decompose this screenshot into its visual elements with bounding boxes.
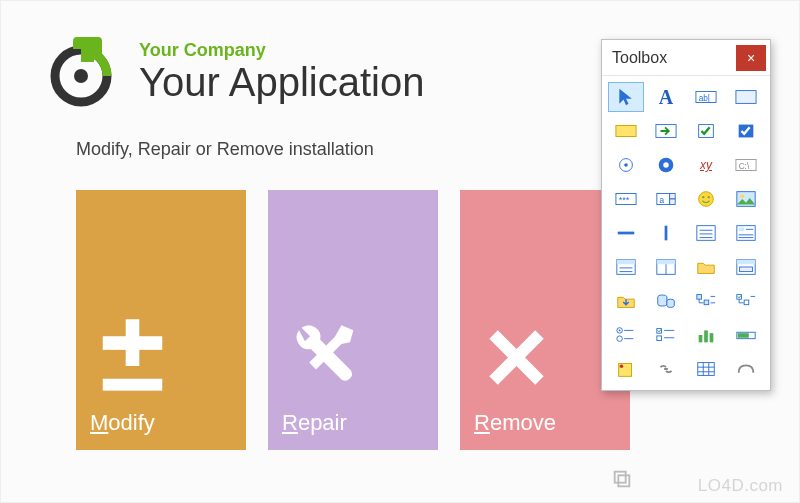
form-split-tool[interactable]: [648, 252, 684, 282]
svg-rect-45: [657, 260, 675, 265]
svg-point-15: [663, 162, 669, 168]
svg-rect-31: [697, 226, 715, 241]
svg-rect-8: [616, 126, 636, 137]
form-field-tool[interactable]: [728, 252, 764, 282]
arrow-right-icon: [655, 121, 677, 141]
watermark: LO4D.com: [698, 476, 783, 496]
bars-icon: [695, 325, 717, 345]
tree-radio-icon: [615, 325, 637, 345]
tree-tool[interactable]: [688, 286, 724, 316]
arrow-button-tool[interactable]: [648, 116, 684, 146]
svg-rect-57: [744, 300, 749, 305]
checkbox-tool[interactable]: [688, 116, 724, 146]
form-header-tool[interactable]: [608, 252, 644, 282]
svg-text:C:\: C:\: [739, 162, 750, 171]
svg-text:ab|: ab|: [699, 94, 710, 103]
vline-tool[interactable]: [648, 218, 684, 248]
tree-radio-tool[interactable]: [608, 320, 644, 350]
progress-tool[interactable]: [728, 320, 764, 350]
radio-unchecked-icon: [615, 155, 637, 175]
svg-rect-41: [617, 260, 635, 265]
bars-tool[interactable]: [688, 320, 724, 350]
svg-point-60: [619, 330, 621, 332]
picture-tool[interactable]: [728, 184, 764, 214]
svg-rect-75: [698, 363, 715, 376]
smiley-icon: [695, 189, 717, 209]
folder-down-tool[interactable]: [608, 286, 644, 316]
svg-text:a: a: [660, 196, 665, 205]
vline-icon: [655, 223, 677, 243]
form-split-icon: [655, 257, 677, 277]
checkbox-filled-tool[interactable]: [728, 116, 764, 146]
tree-check-icon: [735, 291, 757, 311]
svg-rect-81: [618, 475, 629, 486]
checked-list-tool[interactable]: [648, 320, 684, 350]
svg-point-13: [624, 163, 628, 167]
svg-point-28: [741, 194, 745, 198]
radio-checked-icon: [655, 155, 677, 175]
hyperlink-tool[interactable]: xy: [688, 150, 724, 180]
svg-text:***: ***: [619, 195, 630, 205]
tree-check-tool[interactable]: [728, 286, 764, 316]
grid-tool[interactable]: [688, 354, 724, 384]
tab-shape-tool[interactable]: [728, 354, 764, 384]
toolbox-titlebar[interactable]: Toolbox ×: [602, 40, 770, 76]
tree-icon: [695, 291, 717, 311]
copy-stack-icon: [611, 468, 633, 494]
note-pin-icon: [615, 359, 637, 379]
radio-filled-tool[interactable]: [648, 150, 684, 180]
hline-tool[interactable]: [608, 218, 644, 248]
tools-icon: [282, 315, 367, 400]
smiley-tool[interactable]: [688, 184, 724, 214]
radio-tool[interactable]: [608, 150, 644, 180]
chain-icon: [655, 359, 677, 379]
list-outline-tool[interactable]: [688, 218, 724, 248]
database-icon: [655, 291, 677, 311]
grid-blue-icon: [695, 359, 717, 379]
note-pin-tool[interactable]: [608, 354, 644, 384]
password-tool[interactable]: ***: [608, 184, 644, 214]
path-tool[interactable]: C:\: [728, 150, 764, 180]
company-name: Your Company: [139, 40, 424, 61]
remove-label: Remove: [474, 410, 630, 436]
svg-rect-53: [704, 300, 709, 305]
checkbox-icon: [695, 121, 717, 141]
repair-label: Repair: [282, 410, 438, 436]
textbox-tool[interactable]: ab|: [688, 82, 724, 112]
password-icon: ***: [615, 189, 637, 209]
modify-tile[interactable]: Modify: [76, 190, 246, 450]
panel-icon: [735, 87, 757, 107]
button-tool[interactable]: [608, 116, 644, 146]
pointer-tool[interactable]: [608, 82, 644, 112]
text-a-icon: A: [659, 86, 673, 109]
svg-rect-52: [697, 295, 702, 300]
hyperlink-icon: xy: [700, 158, 712, 172]
toolbox-window[interactable]: Toolbox × A ab|: [601, 39, 771, 391]
picture-icon: [735, 189, 757, 209]
panel-tool[interactable]: [728, 82, 764, 112]
list-detail-icon: [735, 223, 757, 243]
svg-rect-66: [657, 336, 662, 341]
toolbox-title: Toolbox: [612, 49, 667, 67]
chain-tool[interactable]: [648, 354, 684, 384]
tab-shape-icon: [735, 359, 757, 379]
text-tool[interactable]: A: [648, 82, 684, 112]
svg-rect-7: [736, 91, 756, 104]
svg-rect-72: [738, 333, 749, 338]
folder-tool[interactable]: [688, 252, 724, 282]
repair-tile[interactable]: Repair: [268, 190, 438, 450]
database-group-tool[interactable]: [648, 286, 684, 316]
progress-icon: [735, 325, 757, 345]
svg-point-24: [699, 192, 714, 207]
modify-label: Modify: [90, 410, 246, 436]
list-detail-tool[interactable]: [728, 218, 764, 248]
svg-rect-69: [704, 330, 708, 342]
title-block: Your Company Your Application: [139, 40, 424, 103]
svg-point-26: [708, 196, 710, 198]
plus-minus-icon: [90, 315, 175, 400]
updown-tool[interactable]: a: [648, 184, 684, 214]
svg-rect-49: [740, 267, 753, 272]
close-button[interactable]: ×: [736, 45, 766, 71]
svg-rect-70: [710, 333, 714, 342]
svg-rect-22: [670, 194, 676, 200]
